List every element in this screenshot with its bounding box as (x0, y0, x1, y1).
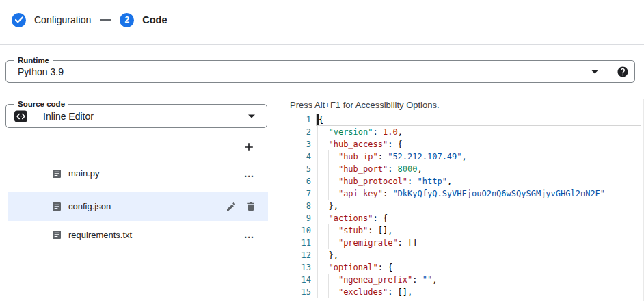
line-number[interactable]: 5 (290, 163, 311, 175)
code-line[interactable]: }, (319, 200, 644, 212)
file-name: config.json (68, 201, 111, 211)
file-icon (51, 201, 62, 212)
file-name: main.py (68, 168, 100, 179)
more-options-button[interactable]: ... (244, 229, 254, 240)
step-2-label[interactable]: Code (142, 14, 167, 25)
step-2-badge[interactable]: 2 (120, 13, 134, 27)
runtime-label: Runtime (14, 55, 53, 66)
code-line[interactable]: "excludes": [], (319, 286, 644, 298)
more-options-button[interactable]: ... (244, 168, 254, 179)
file-name: requirements.txt (68, 230, 132, 240)
line-number[interactable]: 14 (290, 274, 311, 286)
help-icon[interactable] (617, 66, 629, 78)
code-line[interactable]: "version": 1.0, (319, 126, 644, 138)
step-connector (100, 19, 111, 21)
chevron-down-icon[interactable] (591, 69, 599, 75)
line-number[interactable]: 12 (290, 249, 311, 261)
check-icon (15, 16, 23, 23)
file-row-main-py[interactable]: main.py ... (0, 161, 268, 186)
accessibility-hint: Press Alt+F1 for Accessibility Options. (290, 100, 440, 110)
file-row-requirements-txt[interactable]: requirements.txt ... (0, 222, 268, 248)
line-number[interactable]: 15 (290, 286, 311, 298)
code-line[interactable]: "hub_ip": "52.212.107.49", (319, 150, 644, 163)
line-number[interactable]: 7 (290, 187, 311, 200)
line-number[interactable]: 13 (290, 261, 311, 274)
source-code-value: Inline Editor (43, 111, 94, 122)
code-line[interactable]: }, (319, 249, 644, 261)
function-code-step-page: Configuration 2 Code Runtime Python 3.9 … (0, 0, 644, 301)
edit-pencil-icon[interactable] (226, 201, 237, 212)
line-number[interactable]: 6 (290, 175, 311, 187)
text-cursor (317, 114, 319, 125)
line-number[interactable]: 9 (290, 212, 311, 224)
line-number[interactable]: 3 (290, 138, 311, 150)
source-code-select[interactable]: Source code Inline Editor (5, 104, 267, 128)
source-code-label: Source code (14, 99, 68, 109)
code-editor[interactable]: 123456789101112131415 { "version": 1.0, … (290, 114, 644, 298)
code-line[interactable]: "stub": [], (319, 224, 644, 237)
code-line[interactable]: "hub_port": 8000, (319, 163, 644, 175)
code-line[interactable]: "optional": { (319, 261, 644, 274)
line-number[interactable]: 4 (290, 150, 311, 163)
code-line[interactable]: "hub_access": { (319, 138, 644, 150)
step-2-number: 2 (124, 15, 129, 25)
file-row-config-json[interactable]: config.json (8, 192, 268, 221)
code-line[interactable]: "api_key": "DkKyQfyQ.SyVHFjouO2nQ6wSQySG… (319, 187, 644, 200)
code-line[interactable]: "actions": { (319, 212, 644, 224)
line-number[interactable]: 1 (290, 114, 311, 126)
chevron-down-icon[interactable] (247, 114, 256, 119)
line-number[interactable]: 2 (290, 126, 311, 138)
step-1-label[interactable]: Configuration (34, 14, 91, 25)
delete-trash-icon[interactable] (245, 201, 256, 212)
file-icon (51, 168, 62, 179)
line-number[interactable]: 8 (290, 200, 311, 212)
step-1-check-icon[interactable] (12, 13, 26, 27)
line-number[interactable]: 11 (290, 237, 311, 249)
file-icon (51, 229, 62, 240)
code-line[interactable]: "premigrate": [] (319, 237, 644, 249)
code-line[interactable]: "ngenea_prefix": "", (319, 274, 644, 286)
header-divider (0, 44, 644, 45)
code-line[interactable]: { (319, 114, 644, 126)
code-line[interactable]: "hub_protocol": "http", (319, 175, 644, 187)
indent-guide (317, 126, 318, 298)
line-number[interactable]: 10 (290, 224, 311, 237)
editor-gutter: 123456789101112131415 (290, 114, 311, 298)
inline-editor-icon (14, 110, 27, 122)
runtime-value: Python 3.9 (18, 66, 64, 77)
runtime-select[interactable]: Runtime Python 3.9 (5, 60, 635, 83)
stepper: Configuration 2 Code (12, 12, 167, 27)
editor-code[interactable]: { "version": 1.0, "hub_access": { "hub_i… (319, 114, 644, 298)
add-file-button[interactable] (242, 140, 256, 154)
